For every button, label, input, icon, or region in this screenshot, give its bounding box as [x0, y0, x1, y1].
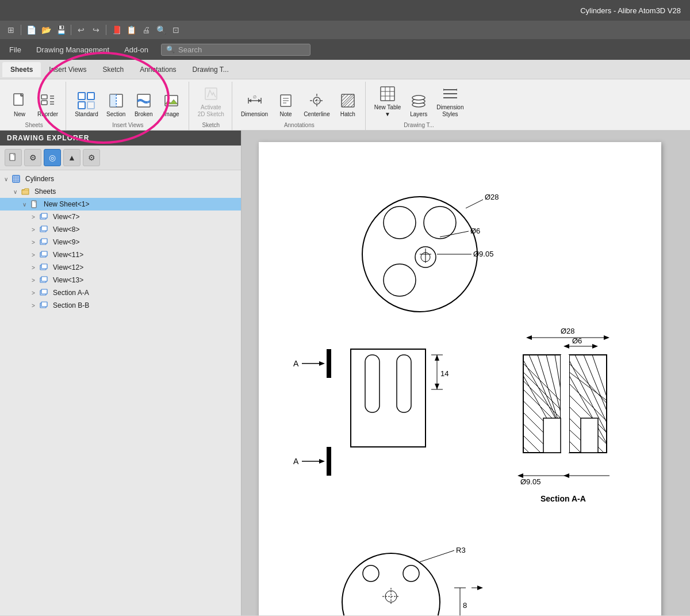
menu-drawing-management[interactable]: Drawing Management: [29, 43, 116, 56]
tab-annotations[interactable]: Annotations: [132, 62, 184, 77]
svg-point-18: [167, 97, 170, 100]
group-sketch: Activate2D Sketch Sketch: [190, 82, 232, 130]
group-drawing-tools: New Table▼ Layers: [367, 82, 471, 130]
qa-home-icon[interactable]: ⊞: [5, 24, 17, 36]
svg-marker-111: [526, 335, 532, 340]
svg-text:8: 8: [463, 601, 467, 610]
activate-sketch-icon: [202, 85, 220, 103]
tab-drawing-tools[interactable]: Drawing T...: [185, 62, 237, 77]
btn-note[interactable]: Note: [273, 90, 298, 120]
svg-text:Ø28: Ø28: [485, 193, 499, 201]
layers-label: Layers: [410, 111, 427, 118]
sidebar-tool-gear2[interactable]: ⚙: [83, 149, 100, 166]
qa-redo-icon[interactable]: ↪: [90, 24, 102, 36]
qa-open-icon[interactable]: 📂: [40, 24, 52, 36]
btn-centerline[interactable]: Centerline: [301, 90, 333, 120]
search-input[interactable]: [178, 45, 305, 54]
svg-rect-96: [327, 349, 331, 378]
tab-sketch[interactable]: Sketch: [95, 62, 132, 77]
tree-item-view8[interactable]: > View<8>: [0, 223, 241, 236]
qa-new-icon[interactable]: 📄: [25, 24, 37, 36]
svg-rect-152: [581, 418, 598, 453]
btn-new-table[interactable]: New Table▼: [371, 83, 404, 120]
tree-item-view11[interactable]: > View<11>: [0, 248, 241, 261]
view8-label: View<8>: [53, 225, 79, 234]
expand-section-aa[interactable]: >: [30, 290, 37, 296]
svg-text:A: A: [293, 457, 299, 466]
hatch-label: Hatch: [340, 111, 355, 118]
btn-section[interactable]: Section: [103, 90, 129, 120]
expand-view7[interactable]: >: [30, 214, 37, 220]
qa-print-icon[interactable]: 🖨: [140, 24, 152, 36]
sheets-buttons: New Reorder: [7, 82, 61, 122]
sidebar-tool-view[interactable]: ◎: [44, 149, 61, 166]
menu-file[interactable]: File: [2, 43, 28, 56]
sidebar-tool-up[interactable]: ▲: [63, 149, 80, 166]
svg-rect-64: [41, 213, 47, 218]
btn-broken[interactable]: Broken: [131, 90, 156, 120]
btn-standard[interactable]: Standard: [72, 90, 101, 120]
svg-line-87: [466, 200, 483, 208]
svg-marker-112: [604, 335, 610, 340]
svg-line-128: [523, 372, 564, 412]
expand-view12[interactable]: >: [30, 265, 37, 271]
tree-item-view7[interactable]: > View<7>: [0, 211, 241, 223]
svg-rect-9: [78, 93, 85, 100]
qa-zoomfit-icon[interactable]: ⊡: [170, 24, 182, 36]
expand-view8[interactable]: >: [30, 227, 37, 233]
qa-save-icon[interactable]: 💾: [55, 24, 67, 36]
sheets-folder-icon: [21, 187, 30, 196]
svg-line-91: [440, 231, 469, 237]
tab-insert-views[interactable]: Insert Views: [41, 62, 94, 77]
qa-copy-icon[interactable]: 📋: [125, 24, 137, 36]
tab-sheets[interactable]: Sheets: [2, 62, 41, 77]
btn-dimension-styles[interactable]: DimensionStyles: [434, 83, 466, 120]
sidebar-tool-sheet[interactable]: [5, 149, 22, 166]
btn-new[interactable]: New: [7, 90, 32, 120]
qa-zoom-icon[interactable]: 🔍: [155, 24, 167, 36]
btn-dimension[interactable]: ∅ Dimension: [238, 90, 271, 120]
qa-undo-icon[interactable]: ↩: [75, 24, 87, 36]
tree-item-view13[interactable]: > View<13>: [0, 274, 241, 286]
expand-view11[interactable]: >: [30, 252, 37, 258]
sidebar-header: DRAWING EXPLORER: [0, 131, 241, 146]
app-title: Cylinders - Alibre Atom3D V28: [580, 6, 681, 15]
tree-item-sheets[interactable]: ∨ Sheets: [0, 185, 241, 198]
expand-cylinders[interactable]: ∨: [2, 176, 9, 182]
drawing-paper: Ø28 Ø9.05 Ø6 A: [259, 142, 661, 615]
svg-marker-52: [443, 89, 445, 91]
expand-view9[interactable]: >: [30, 239, 37, 246]
svg-rect-11: [78, 102, 85, 109]
menu-addon[interactable]: Add-on: [117, 43, 155, 56]
sidebar-tool-settings[interactable]: ⚙: [24, 149, 41, 166]
btn-reorder[interactable]: Reorder: [34, 90, 61, 120]
tree-item-section-aa[interactable]: > Section A-A: [0, 286, 241, 299]
expand-sheets[interactable]: ∨: [12, 189, 18, 195]
svg-point-161: [403, 565, 419, 581]
svg-rect-97: [351, 349, 425, 447]
expand-view13[interactable]: >: [30, 277, 37, 284]
activate-sketch-label: Activate2D Sketch: [198, 104, 224, 118]
btn-activate-sketch: Activate2D Sketch: [195, 83, 227, 120]
expand-newsheet[interactable]: ∨: [21, 201, 28, 208]
ribbon-content: New Reorder: [0, 79, 690, 130]
svg-rect-76: [41, 289, 47, 294]
svg-rect-70: [41, 251, 47, 256]
standard-label: Standard: [75, 111, 98, 118]
svg-line-129: [523, 381, 561, 418]
tree-item-section-bb[interactable]: > Section B-B: [0, 299, 241, 312]
tree-item-cylinders[interactable]: ∨ Cylinders: [0, 173, 241, 185]
svg-marker-115: [564, 344, 569, 349]
tree-item-view9[interactable]: > View<9>: [0, 236, 241, 248]
tree-item-new-sheet[interactable]: ∨ New Sheet<1>: [0, 198, 241, 211]
btn-layers[interactable]: Layers: [406, 90, 431, 120]
svg-rect-72: [41, 264, 47, 269]
btn-image[interactable]: Image: [159, 90, 184, 120]
svg-text:14: 14: [440, 369, 448, 378]
qa-pdf-icon[interactable]: 📕: [110, 24, 122, 36]
tree-item-view12[interactable]: > View<12>: [0, 261, 241, 274]
image-label: Image: [163, 111, 179, 118]
btn-hatch[interactable]: Hatch: [335, 90, 361, 120]
group-drawing-tools-label: Drawing T...: [371, 122, 467, 130]
expand-section-bb[interactable]: >: [30, 303, 37, 309]
